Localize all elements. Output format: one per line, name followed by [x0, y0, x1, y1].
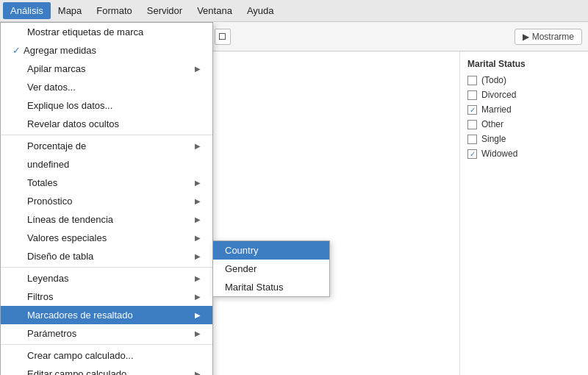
- menu-item-1[interactable]: ✓Agregar medidas: [1, 41, 212, 60]
- menu-separator-14: [1, 267, 212, 268]
- menu-item-0[interactable]: Mostrar etiquetas de marca: [1, 23, 212, 41]
- legend-label-5: Widowed: [481, 149, 517, 159]
- menu-item-10[interactable]: Pronóstico▶: [1, 192, 212, 210]
- menu-item-18[interactable]: Parámetros▶: [1, 324, 212, 343]
- legend-label-3: Other: [481, 119, 503, 129]
- legend-item-3[interactable]: Other: [467, 119, 581, 129]
- menu-item-21[interactable]: Editar campo calculado▶: [1, 365, 212, 375]
- legend-title: Marital Status: [467, 59, 581, 69]
- menu-item-13[interactable]: Diseño de tabla▶: [1, 247, 212, 265]
- menu-item-12[interactable]: Valores especiales▶: [1, 229, 212, 247]
- menu-item-label-1: ✓Agregar medidas: [12, 45, 96, 56]
- menubar-item-analisis[interactable]: Análisis: [3, 2, 51, 19]
- menubar-item-mapa[interactable]: Mapa: [51, 2, 90, 19]
- menu-item-label-21: Editar campo calculado: [12, 368, 126, 375]
- menu-item-label-10: Pronóstico: [12, 196, 72, 207]
- menu-arrow-7: ▶: [195, 142, 201, 150]
- submenu-item-0[interactable]: Country: [213, 241, 329, 260]
- menubar-item-ventana[interactable]: Ventana: [190, 2, 240, 19]
- legend-checkbox-4[interactable]: [467, 135, 477, 144]
- legend-item-4[interactable]: Single: [467, 134, 581, 144]
- menu-item-label-13: Diseño de tabla: [12, 251, 93, 262]
- mostrarme-button[interactable]: ▶ Mostrarme: [514, 29, 582, 45]
- legend-checkbox-5[interactable]: ✓: [467, 149, 477, 159]
- legend-label-4: Single: [481, 134, 506, 144]
- menu-item-label-7: Porcentaje de: [12, 140, 86, 151]
- menu-item-4[interactable]: Explique los datos...: [1, 96, 212, 115]
- menu-item-label-3: Ver datos...: [12, 82, 76, 93]
- legend-label-2: Married: [481, 104, 512, 115]
- menu-arrow-10: ▶: [195, 197, 201, 205]
- menu-item-label-0: Mostrar etiquetas de marca: [12, 26, 143, 38]
- mostrarme-icon: ▶: [523, 32, 531, 42]
- menu-item-label-17: Marcadores de resaltado: [12, 310, 133, 321]
- menu-item-label-15: Leyendas: [12, 273, 68, 284]
- legend-item-2[interactable]: ✓Married: [467, 104, 581, 115]
- menu-arrow-2: ▶: [195, 65, 201, 73]
- menu-separator-6: [1, 135, 212, 135]
- menu-item-8[interactable]: undefined: [1, 155, 212, 174]
- menu-item-20[interactable]: Crear campo calculado...: [1, 346, 212, 365]
- menu-item-label-5: Revelar datos ocultos: [12, 118, 119, 129]
- legend-checkbox-2[interactable]: ✓: [467, 105, 477, 115]
- menu-arrow-17: ▶: [195, 311, 201, 319]
- legend-label-0: (Todo): [481, 75, 506, 85]
- menu-item-11[interactable]: Líneas de tendencia▶: [1, 210, 212, 229]
- menu-arrow-9: ▶: [195, 179, 201, 187]
- menu-item-label-8: undefined: [12, 159, 69, 170]
- menu-arrow-11: ▶: [195, 215, 201, 224]
- menu-item-9[interactable]: Totales▶: [1, 174, 212, 192]
- menu-item-2[interactable]: Apilar marcas▶: [1, 60, 212, 78]
- menu-item-label-18: Parámetros: [12, 328, 76, 339]
- submenu-marcadores[interactable]: CountryGenderMarital Status: [212, 240, 330, 297]
- submenu-item-2[interactable]: Marital Status: [213, 278, 329, 296]
- menu-arrow-21: ▶: [195, 370, 201, 375]
- menu-item-16[interactable]: Filtros▶: [1, 288, 212, 306]
- menu-item-label-12: Valores especiales: [12, 232, 107, 243]
- legend-item-5[interactable]: ✓Widowed: [467, 149, 581, 159]
- legend-item-1[interactable]: Divorced: [467, 90, 581, 100]
- menu-arrow-12: ▶: [195, 234, 201, 242]
- submenu-item-1[interactable]: Gender: [213, 260, 329, 278]
- menu-item-label-9: Totales: [12, 177, 57, 188]
- menubar: Análisis Mapa Formato Servidor Ventana A…: [0, 0, 588, 22]
- menu-item-label-2: Apilar marcas: [12, 63, 85, 74]
- legend-checkbox-1[interactable]: [467, 90, 477, 100]
- legend-label-1: Divorced: [481, 90, 516, 100]
- menubar-item-formato[interactable]: Formato: [89, 2, 139, 19]
- menu-item-5[interactable]: Revelar datos ocultos: [1, 115, 212, 133]
- main-dropdown[interactable]: Mostrar etiquetas de marca✓Agregar medid…: [0, 22, 213, 375]
- menu-item-label-11: Líneas de tendencia: [12, 214, 113, 225]
- legend-panel: Marital Status (Todo)Divorced✓MarriedOth…: [459, 51, 588, 375]
- menu-separator-19: [1, 344, 212, 345]
- menu-item-15[interactable]: Leyendas▶: [1, 269, 212, 288]
- toolbar-share-icon[interactable]: ☐: [215, 29, 231, 45]
- legend-checkbox-0[interactable]: [467, 76, 477, 85]
- legend-checkbox-3[interactable]: [467, 120, 477, 129]
- menu-item-label-16: Filtros: [12, 291, 53, 302]
- menu-item-label-20: Crear campo calculado...: [12, 350, 134, 361]
- menu-item-7[interactable]: Porcentaje de▶: [1, 137, 212, 155]
- menu-arrow-18: ▶: [195, 329, 201, 338]
- mostrarme-label: Mostrarme: [532, 32, 574, 42]
- legend-item-0[interactable]: (Todo): [467, 75, 581, 85]
- menu-arrow-15: ▶: [195, 274, 201, 282]
- menu-item-17[interactable]: Marcadores de resaltado▶: [1, 306, 212, 324]
- menu-item-3[interactable]: Ver datos...: [1, 78, 212, 96]
- menubar-item-ayuda[interactable]: Ayuda: [240, 2, 282, 19]
- menu-arrow-13: ▶: [195, 252, 201, 260]
- menu-item-label-4: Explique los datos...: [12, 100, 112, 111]
- menubar-item-servidor[interactable]: Servidor: [140, 2, 190, 19]
- menu-arrow-16: ▶: [195, 293, 201, 301]
